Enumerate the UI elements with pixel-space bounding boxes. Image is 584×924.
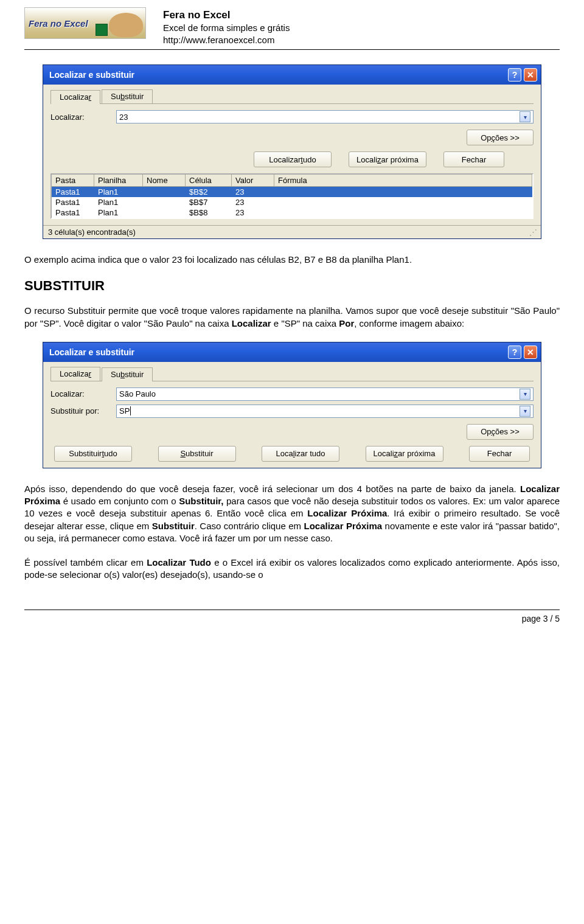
site-logo: Fera no Excel [24, 7, 146, 39]
find-value: 23 [119, 113, 128, 122]
table-row[interactable]: Pasta1 Plan1 $B$7 23 [52, 197, 532, 207]
find-row: Localizar: 23 ▾ [50, 110, 534, 123]
status-text: 3 célula(s) encontrada(s) [48, 228, 136, 237]
find-all-button[interactable]: Localizar tudo [254, 151, 332, 167]
tab-substituir[interactable]: Substituir [102, 367, 153, 381]
replace-label: Substituir por: [50, 406, 116, 415]
titlebar: Localizar e substituir ? ✕ [43, 65, 541, 85]
dialog-title: Localizar e substituir [49, 70, 506, 80]
results-list: Pasta Planilha Nome Célula Valor Fórmula… [50, 173, 534, 219]
paragraph: O exemplo acima indica que o valor 23 fo… [24, 254, 560, 266]
tabs: Localizar Substituir [50, 89, 534, 104]
replace-value: SP [119, 406, 133, 415]
find-row: Localizar: São Paulo ▾ [50, 387, 534, 401]
find-all-button[interactable]: Localizar tudo [262, 446, 339, 462]
replace-all-button[interactable]: Substituir tudo [54, 446, 132, 462]
col-formula[interactable]: Fórmula [274, 175, 532, 186]
find-label: Localizar: [50, 389, 116, 398]
logo-text: Fera no Excel [29, 18, 88, 29]
tab-localizar[interactable]: Localizar [50, 90, 100, 104]
paragraph: O recurso Substituir permite que você tr… [24, 305, 560, 330]
page-footer: page 3 / 5 [24, 610, 560, 638]
paragraph: Após isso, dependendo do que você deseja… [24, 483, 560, 544]
col-planilha[interactable]: Planilha [94, 175, 143, 186]
titlebar: Localizar e substituir ? ✕ [43, 342, 541, 362]
chevron-down-icon[interactable]: ▾ [520, 406, 530, 417]
heading-substituir: SUBSTITUIR [24, 278, 560, 294]
page-header: Fera no Excel Fera no Excel Excel de for… [24, 0, 560, 50]
chevron-down-icon[interactable]: ▾ [520, 389, 530, 400]
action-buttons: Localizar tudo Localizar próxima Fechar [50, 151, 534, 167]
chevron-down-icon[interactable]: ▾ [520, 111, 530, 122]
resize-grip-icon[interactable]: ⋰ [529, 228, 536, 237]
table-row[interactable]: Pasta1 Plan1 $B$2 23 [52, 187, 532, 197]
site-url: http://www.feranoexcel.com [163, 34, 290, 46]
help-button[interactable]: ? [508, 346, 521, 359]
replace-button[interactable]: Substituir [158, 446, 236, 462]
options-button[interactable]: Opções >> [467, 424, 534, 440]
close-icon[interactable]: ✕ [524, 68, 537, 82]
action-buttons: Substituir tudo Substituir Localizar tud… [50, 446, 534, 462]
dialog-title: Localizar e substituir [49, 347, 506, 357]
header-text-block: Fera no Excel Excel de forma simples e g… [163, 7, 290, 46]
help-button[interactable]: ? [508, 68, 521, 82]
find-value: São Paulo [119, 389, 156, 398]
col-celula[interactable]: Célula [186, 175, 232, 186]
tab-localizar[interactable]: Localizar [50, 367, 100, 381]
col-nome[interactable]: Nome [143, 175, 186, 186]
site-subtitle: Excel de forma simples e grátis [163, 22, 290, 34]
close-icon[interactable]: ✕ [524, 346, 537, 359]
replace-row: Substituir por: SP ▾ [50, 405, 534, 418]
tab-substituir[interactable]: Substituir [102, 89, 153, 103]
results-header: Pasta Planilha Nome Célula Valor Fórmula [52, 175, 532, 187]
find-next-button[interactable]: Localizar próxima [366, 446, 443, 462]
tabs: Localizar Substituir [50, 367, 534, 381]
table-row[interactable]: Pasta1 Plan1 $B$8 23 [52, 207, 532, 218]
find-next-button[interactable]: Localizar próxima [349, 151, 426, 167]
find-replace-dialog-1: Localizar e substituir ? ✕ Localizar Sub… [43, 64, 541, 239]
page-number: page 3 / 5 [522, 614, 560, 624]
paragraph: É possível também clicar em Localizar Tu… [24, 557, 560, 582]
options-button[interactable]: Opções >> [467, 130, 534, 145]
find-label: Localizar: [50, 113, 116, 122]
statusbar: 3 célula(s) encontrada(s) ⋰ [43, 225, 541, 238]
close-button[interactable]: Fechar [469, 446, 530, 462]
find-replace-dialog-2: Localizar e substituir ? ✕ Localizar Sub… [43, 342, 541, 468]
find-input[interactable]: São Paulo ▾ [116, 387, 534, 401]
site-title: Fera no Excel [163, 9, 290, 22]
replace-input[interactable]: SP ▾ [116, 405, 534, 418]
find-input[interactable]: 23 ▾ [116, 110, 534, 123]
logo-art [109, 13, 143, 37]
col-valor[interactable]: Valor [232, 175, 274, 186]
col-pasta[interactable]: Pasta [52, 175, 94, 186]
close-button[interactable]: Fechar [443, 151, 504, 167]
